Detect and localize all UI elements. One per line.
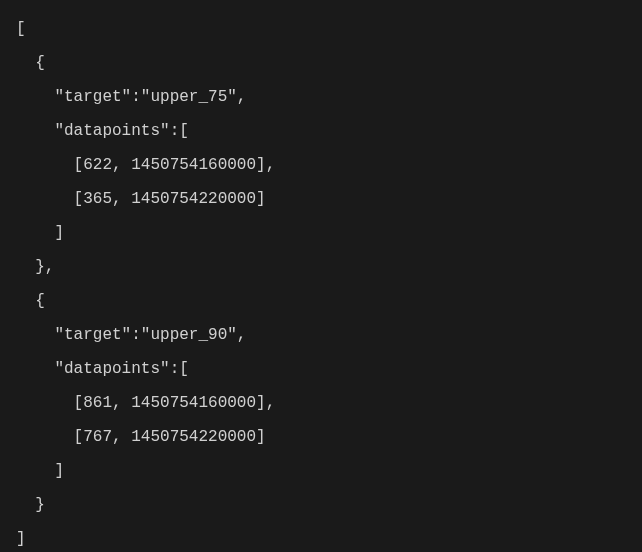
json-code-block: [ { "target":"upper_75", "datapoints":[ …	[0, 0, 642, 552]
